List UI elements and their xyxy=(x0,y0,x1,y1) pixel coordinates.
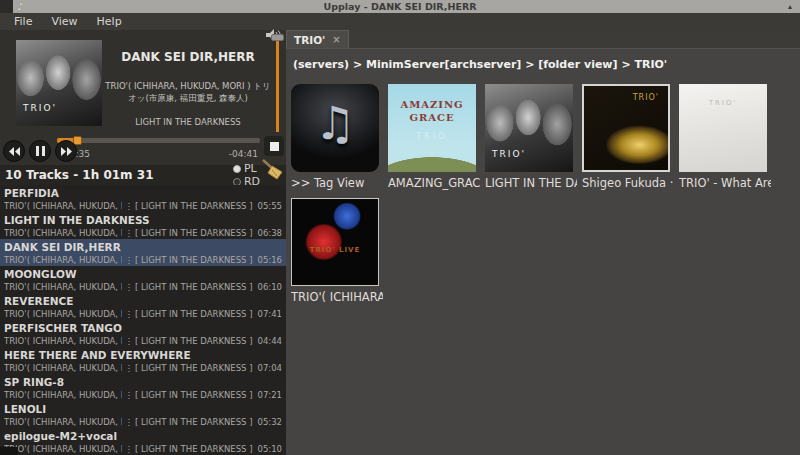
track-album: [ LIGHT IN THE DARKNESS ] xyxy=(135,443,253,455)
volume-slider-handle[interactable] xyxy=(271,34,284,41)
track-title: DANK SEI DIR,HERR xyxy=(4,240,282,254)
track-subtitle: TRIO'( ICHIHARA, HUKUDA, MORI ) トリオッ(市原康… xyxy=(4,308,282,320)
window-shade-button[interactable]: ▴ xyxy=(788,0,792,13)
track-row[interactable]: LENOLITRIO'( ICHIHARA, HUKUDA, MORI ) トリ… xyxy=(0,401,286,428)
radio-dot-icon[interactable] xyxy=(233,165,241,173)
track-row[interactable]: PERFIDIATRIO'( ICHIHARA, HUKUDA, MORI ) … xyxy=(0,185,286,212)
track-album: [ LIGHT IN THE DARKNESS ] xyxy=(135,416,253,428)
track-elide: ⋮ xyxy=(124,308,133,320)
album-label: >> Tag View xyxy=(291,176,383,190)
track-artist: TRIO'( ICHIHARA, HUKUDA, MORI ) トリオッ(市原康… xyxy=(4,254,122,266)
player-panel: TRIO' DANK SEI DIR,HERR TRIO'( ICHIHARA,… xyxy=(0,30,286,455)
track-row[interactable]: MOONGLOWTRIO'( ICHIHARA, HUKUDA, MORI ) … xyxy=(0,266,286,293)
next-icon xyxy=(61,147,72,156)
track-elide: ⋮ xyxy=(124,389,133,401)
track-artist: TRIO'( ICHIHARA, HUKUDA, MORI ) トリオッ(市原康… xyxy=(4,416,122,428)
album-item-light-darkness[interactable]: TRIO'LIGHT IN THE DA xyxy=(485,84,582,190)
track-album: [ LIGHT IN THE DARKNESS ] xyxy=(135,335,253,347)
track-album: [ LIGHT IN THE DARKNESS ] xyxy=(135,200,253,212)
now-playing-album-art: TRIO' xyxy=(16,40,102,126)
track-row[interactable]: HERE THERE AND EVERYWHERETRIO'( ICHIHARA… xyxy=(0,347,286,374)
album-item-amazing-grace[interactable]: AMAZING GRACETRIOAMAZING_GRAC xyxy=(388,84,485,190)
menu-help[interactable]: Help xyxy=(97,15,122,28)
track-artist: TRIO'( ICHIHARA, HUKUDA, MORI ) トリオッ(市原康… xyxy=(4,389,122,401)
now-playing-album: LIGHT IN THE DARKNESS xyxy=(104,117,272,127)
breadcrumb[interactable]: (servers) > MinimServer[archserver] > [f… xyxy=(293,58,800,71)
seek-slider[interactable] xyxy=(57,138,260,143)
album-item-tagview[interactable]: ♫>> Tag View xyxy=(291,84,388,190)
tab-close-icon[interactable]: × xyxy=(332,34,340,45)
cover-title-text: AMAZING GRACE xyxy=(388,98,476,124)
track-title: epilogue-M2+vocal xyxy=(4,429,282,443)
music-note-icon: ♫ xyxy=(291,96,379,150)
app-music-note-icon: ♪ xyxy=(17,0,23,13)
track-artist: TRIO'( ICHIHARA, HUKUDA, MORI ) トリオッ(市原康… xyxy=(4,362,122,374)
album-label: TRIO' - What Are xyxy=(679,176,771,190)
track-title: PERFISCHER TANGO xyxy=(4,321,282,335)
next-track-button[interactable] xyxy=(55,140,77,162)
clear-playlist-broom-icon[interactable] xyxy=(260,158,284,184)
track-subtitle: TRIO'( ICHIHARA, HUKUDA, MORI ) トリオッ(市原康… xyxy=(4,362,282,374)
track-title: LENOLI xyxy=(4,402,282,416)
previous-icon xyxy=(9,147,20,156)
now-playing-title: DANK SEI DIR,HERR xyxy=(104,50,272,64)
what-are-cover: TRIO' xyxy=(679,84,767,172)
tab-label: TRIO' xyxy=(294,34,325,46)
track-row[interactable]: LIGHT IN THE DARKNESSTRIO'( ICHIHARA, HU… xyxy=(0,212,286,239)
track-album: [ LIGHT IN THE DARKNESS ] xyxy=(135,227,253,239)
tab-trio[interactable]: TRIO' × xyxy=(286,30,349,48)
amazing-grace-cover: AMAZING GRACETRIO xyxy=(388,84,476,172)
track-subtitle: TRIO'( ICHIHARA, HUKUDA, MORI ) トリオッ(市原康… xyxy=(4,200,282,212)
cover-title-text: TRIO' xyxy=(633,93,659,102)
menu-file[interactable]: File xyxy=(14,15,32,28)
playlist-header: 10 Tracks - 1h 01m 31 PLRD xyxy=(0,165,286,185)
track-artist: TRIO'( ICHIHARA, HUKUDA, MORI ) トリオッ(市原康… xyxy=(4,200,122,212)
album-item-trio-live[interactable]: TRIO' LIVETRIO'( ICHIHARA xyxy=(291,198,388,304)
track-elide: ⋮ xyxy=(124,416,133,428)
previous-track-button[interactable] xyxy=(3,140,25,162)
track-title: SP RING-8 xyxy=(4,375,282,389)
track-artist: TRIO'( ICHIHARA, HUKUDA, MORI ) トリオッ(市原康… xyxy=(4,308,122,320)
track-duration: 05:32 xyxy=(258,416,283,428)
window-titlebar[interactable]: ♪ Upplay - DANK SEI DIR,HERR ▴ xyxy=(0,0,800,13)
track-artist: TRIO'( ICHIHARA, HUKUDA, MORI ) トリオッ(市原康… xyxy=(4,443,122,455)
track-duration: 05:10 xyxy=(258,443,283,455)
track-subtitle: TRIO'( ICHIHARA, HUKUDA, MORI ) トリオッ(市原康… xyxy=(4,227,282,239)
track-title: HERE THERE AND EVERYWHERE xyxy=(4,348,282,362)
desktop-corner xyxy=(0,0,13,13)
pause-button[interactable] xyxy=(29,140,51,162)
track-row[interactable]: DANK SEI DIR,HERRTRIO'( ICHIHARA, HUKUDA… xyxy=(0,239,286,266)
track-album: [ LIGHT IN THE DARKNESS ] xyxy=(135,254,253,266)
track-subtitle: TRIO'( ICHIHARA, HUKUDA, MORI ) トリオッ(市原康… xyxy=(4,416,282,428)
track-row[interactable]: epilogue-M2+vocalTRIO'( ICHIHARA, HUKUDA… xyxy=(0,428,286,455)
track-album: [ LIGHT IN THE DARKNESS ] xyxy=(135,362,253,374)
trio-live-cover: TRIO' LIVE xyxy=(291,198,379,286)
playlist-summary: 10 Tracks - 1h 01m 31 xyxy=(5,168,224,182)
track-artist: TRIO'( ICHIHARA, HUKUDA, MORI ) トリオッ(市原康… xyxy=(4,281,122,293)
track-album: [ LIGHT IN THE DARKNESS ] xyxy=(135,281,253,293)
volume-slider[interactable] xyxy=(276,40,279,132)
track-elide: ⋮ xyxy=(124,281,133,293)
now-playing-artist: TRIO'( ICHIHARA, HUKUDA, MORI ) トリオッ(市原康… xyxy=(104,80,272,104)
track-duration: 05:16 xyxy=(258,254,283,266)
mode-label: PL xyxy=(244,162,257,175)
album-label: TRIO'( ICHIHARA xyxy=(291,290,383,304)
album-item-shigeo[interactable]: TRIO'Shigeo Fukuda · xyxy=(582,84,679,190)
track-title: LIGHT IN THE DARKNESS xyxy=(4,213,282,227)
tagview-cover: ♫ xyxy=(291,84,379,172)
album-item-what-are[interactable]: TRIO'TRIO' - What Are xyxy=(679,84,776,190)
stop-button[interactable] xyxy=(264,136,284,156)
mode-pl[interactable]: PL xyxy=(233,162,260,175)
track-album: [ LIGHT IN THE DARKNESS ] xyxy=(135,308,253,320)
track-elide: ⋮ xyxy=(124,254,133,266)
track-row[interactable]: SP RING-8TRIO'( ICHIHARA, HUKUDA, MORI )… xyxy=(0,374,286,401)
track-row[interactable]: REVERENCETRIO'( ICHIHARA, HUKUDA, MORI )… xyxy=(0,293,286,320)
track-subtitle: TRIO'( ICHIHARA, HUKUDA, MORI ) トリオッ(市原康… xyxy=(4,443,282,455)
track-subtitle: TRIO'( ICHIHARA, HUKUDA, MORI ) トリオッ(市原康… xyxy=(4,281,282,293)
track-row[interactable]: PERFISCHER TANGOTRIO'( ICHIHARA, HUKUDA,… xyxy=(0,320,286,347)
album-art-caption: TRIO' xyxy=(23,103,57,113)
album-label: Shigeo Fukuda · xyxy=(582,176,674,190)
cover-title-text: TRIO' LIVE xyxy=(292,246,378,254)
track-subtitle: TRIO'( ICHIHARA, HUKUDA, MORI ) トリオッ(市原康… xyxy=(4,335,282,347)
menu-view[interactable]: View xyxy=(51,15,77,28)
